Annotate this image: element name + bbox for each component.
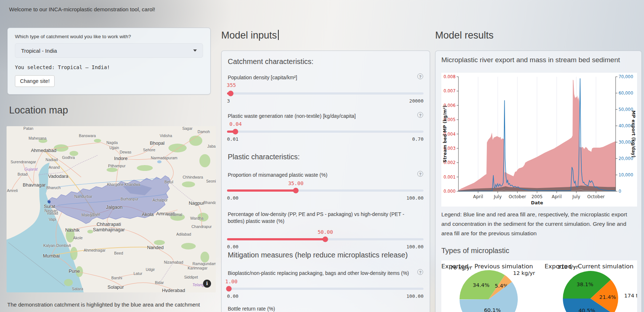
svg-text:60.1%: 60.1% [484, 307, 501, 312]
change-site-button[interactable]: Change site! [15, 75, 55, 87]
svg-text:April: April [552, 194, 561, 199]
svg-text:38.1%: 38.1% [577, 281, 593, 287]
section-catchment-characteristics: Catchment characteristics: [228, 57, 314, 66]
location-map[interactable]: PatanMahesanaBanswaraNagdaUjjainDewasBho… [7, 126, 216, 292]
svg-text:July: July [493, 194, 502, 199]
map-label: Bharuch [46, 185, 60, 190]
map-label: Hyderabad [162, 288, 185, 293]
model-results-heading: Model results [435, 30, 494, 41]
map-label: Nagpur [189, 200, 204, 206]
slider-track[interactable] [227, 92, 424, 95]
map-label: Nandurbar [74, 194, 92, 199]
map-label: Valsad [47, 211, 58, 215]
welcome-text: Welcome to our INCA-microplastic demonst… [9, 6, 155, 12]
app-screen: Welcome to our INCA-microplastic demonst… [0, 0, 644, 312]
catchment-select-value: Tropical - India [21, 48, 57, 54]
slider-max: 100.00 [406, 244, 424, 249]
map-label: Siddipet [184, 275, 198, 279]
slider-min: 0.00 [227, 244, 238, 249]
map-label: Bhavnagar [23, 182, 46, 188]
map-label: Vidisha [160, 133, 172, 138]
map-label: Achalpur [152, 198, 167, 202]
map-label: Pune [69, 268, 80, 274]
svg-text:60,000: 60,000 [619, 91, 633, 96]
map-label: Damoh [198, 129, 210, 134]
selection-feedback: You selected: Tropical – India! [15, 64, 110, 70]
map-label: Betul [164, 180, 173, 184]
slider-min: 0.00 [227, 195, 238, 201]
slider-handle[interactable] [293, 188, 299, 193]
map-label: Mahesana [28, 136, 46, 140]
map-label: Nagda [107, 140, 118, 145]
map-label: Kalyan-Dombivli [43, 243, 71, 248]
slider-handle[interactable] [323, 237, 328, 242]
map-label: Pithampur [108, 164, 126, 168]
svg-text:MP export (kg/day): MP export (kg/day) [631, 111, 636, 158]
map-label: Bhandara [203, 200, 216, 205]
slider-handle[interactable] [233, 129, 238, 135]
map-label: Sagar [182, 126, 192, 131]
pie-charts: Exported - Previous simulation34.4%76 kg… [441, 260, 637, 312]
slider-track[interactable] [227, 189, 424, 192]
map-label: Bidar [155, 280, 164, 285]
chart-title: Microplastic river export and mass in st… [441, 56, 620, 64]
help-icon[interactable]: ? [417, 171, 423, 177]
map-label: Chhindwara [183, 175, 203, 179]
svg-text:70,000: 70,000 [619, 74, 633, 79]
svg-text:310 t/yr: 310 t/yr [557, 264, 578, 270]
svg-text:2005: 2005 [532, 194, 543, 199]
slider-max: 100.00 [406, 195, 424, 201]
help-icon[interactable]: ? [417, 73, 423, 79]
map-label: Khandwa [124, 182, 140, 187]
map-label: Yavatmal [167, 212, 182, 217]
map-label: Vadodara [48, 173, 68, 179]
svg-text:October: October [509, 194, 526, 199]
map-label: Surendranagar [11, 160, 36, 164]
map-label: Solapur [108, 284, 124, 290]
map-attribution-info-icon[interactable]: i [203, 280, 211, 288]
svg-text:0.008: 0.008 [444, 74, 456, 79]
map-label: Gujarat [24, 167, 37, 171]
svg-text:0.000: 0.000 [444, 189, 456, 194]
map-label: Amreli [7, 188, 18, 193]
section-plastic-characteristics: Plastic characteristics: [228, 153, 300, 161]
slider-max: 100.00 [406, 293, 424, 299]
pie-charts-panel: Exported - Previous simulation34.4%76 kg… [441, 260, 637, 312]
help-icon[interactable]: ? [417, 269, 423, 275]
map-label: Anand [49, 165, 60, 169]
model-results-card: Microplastic river export and mass in st… [435, 51, 642, 312]
svg-text:July: July [572, 194, 580, 199]
svg-text:34.4%: 34.4% [473, 282, 489, 288]
slider-handle[interactable] [226, 286, 232, 292]
catchment-question: Which type of catchment would you like t… [15, 34, 131, 39]
slider-track[interactable] [227, 131, 424, 133]
map-label: Bhopal [150, 140, 164, 146]
map-caption: The demonstration catchment is highlight… [7, 300, 212, 312]
catchment-select[interactable]: Tropical - India [15, 43, 203, 58]
map-label: Botad [17, 172, 27, 176]
svg-text:Date: Date [531, 200, 543, 205]
help-icon[interactable]: ? [417, 112, 423, 118]
model-inputs-heading: Model inputs [221, 30, 279, 41]
slider-track[interactable] [227, 238, 424, 240]
map-label: Ahmedabad [31, 148, 56, 153]
model-inputs-heading-text: Model inputs [221, 30, 277, 41]
slider-handle[interactable] [228, 91, 233, 96]
svg-text:0: 0 [619, 189, 621, 194]
map-label: Nanded [147, 245, 164, 250]
slider-track[interactable] [227, 288, 424, 290]
slider-max: 0.70 [412, 136, 424, 142]
map-label: Khargone [107, 182, 124, 187]
map-label: Wardha [190, 216, 203, 220]
map-label: Nashik [65, 227, 80, 233]
timeseries-chart-panel[interactable]: 0.0000.0010.0020.0030.0040.0050.0060.007… [441, 73, 637, 207]
svg-text:April: April [473, 194, 483, 199]
map-label: Chhatrapati [96, 221, 121, 227]
map-label: Jalgaon [106, 204, 123, 210]
svg-text:12 kg/yr: 12 kg/yr [513, 270, 535, 276]
map-label: Satara [72, 287, 83, 291]
slider-min: 0.01 [227, 136, 238, 142]
chart-legend-text: Legend: Blue line and red area fill are,… [441, 210, 638, 238]
map-label: Narmadapuram [151, 156, 178, 160]
map-label: Burhanpur [120, 197, 138, 201]
